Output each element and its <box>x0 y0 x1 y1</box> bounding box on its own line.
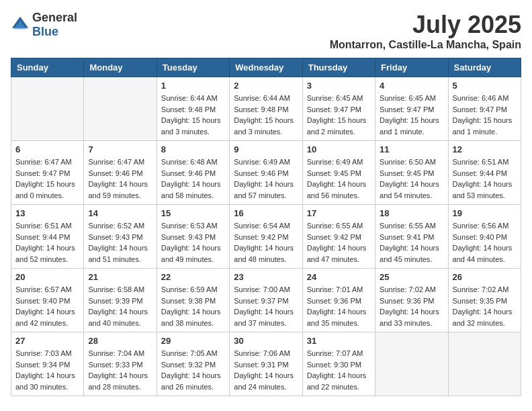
calendar-day-cell: 10Sunrise: 6:49 AM Sunset: 9:45 PM Dayli… <box>302 141 375 205</box>
day-number: 17 <box>307 208 371 218</box>
day-number: 11 <box>380 144 443 154</box>
day-info: Sunrise: 6:50 AM Sunset: 9:45 PM Dayligh… <box>380 156 443 201</box>
calendar-day-cell: 30Sunrise: 7:06 AM Sunset: 9:31 PM Dayli… <box>230 332 302 396</box>
calendar-day-cell: 5Sunrise: 6:46 AM Sunset: 9:47 PM Daylig… <box>448 77 521 141</box>
day-info: Sunrise: 6:59 AM Sunset: 9:38 PM Dayligh… <box>161 284 225 328</box>
calendar-week-row: 6Sunrise: 6:47 AM Sunset: 9:47 PM Daylig… <box>11 141 521 205</box>
calendar-day-cell: 18Sunrise: 6:55 AM Sunset: 9:41 PM Dayli… <box>375 205 448 269</box>
calendar-day-header: Sunday <box>11 58 84 77</box>
day-info: Sunrise: 7:04 AM Sunset: 9:33 PM Dayligh… <box>88 348 152 392</box>
calendar-day-cell: 3Sunrise: 6:45 AM Sunset: 9:47 PM Daylig… <box>302 77 375 141</box>
calendar-day-cell: 25Sunrise: 7:02 AM Sunset: 9:36 PM Dayli… <box>375 269 448 332</box>
day-number: 28 <box>88 336 152 346</box>
calendar-day-cell: 19Sunrise: 6:56 AM Sunset: 9:40 PM Dayli… <box>448 205 521 269</box>
day-number: 2 <box>234 81 298 91</box>
day-info: Sunrise: 6:51 AM Sunset: 9:44 PM Dayligh… <box>453 156 517 201</box>
day-info: Sunrise: 6:49 AM Sunset: 9:45 PM Dayligh… <box>307 156 371 201</box>
day-info: Sunrise: 6:46 AM Sunset: 9:47 PM Dayligh… <box>453 93 517 137</box>
day-number: 15 <box>161 208 225 218</box>
calendar-day-header: Friday <box>375 58 448 77</box>
day-info: Sunrise: 6:54 AM Sunset: 9:42 PM Dayligh… <box>234 220 298 265</box>
calendar-week-row: 13Sunrise: 6:51 AM Sunset: 9:44 PM Dayli… <box>11 205 521 269</box>
calendar-table: SundayMondayTuesdayWednesdayThursdayFrid… <box>11 58 521 396</box>
day-number: 5 <box>453 81 517 91</box>
calendar-week-row: 20Sunrise: 6:57 AM Sunset: 9:40 PM Dayli… <box>11 269 521 332</box>
day-info: Sunrise: 6:45 AM Sunset: 9:47 PM Dayligh… <box>380 93 443 137</box>
calendar-day-cell: 27Sunrise: 7:03 AM Sunset: 9:34 PM Dayli… <box>11 332 84 396</box>
calendar-day-cell: 28Sunrise: 7:04 AM Sunset: 9:33 PM Dayli… <box>84 332 157 396</box>
calendar-day-cell: 6Sunrise: 6:47 AM Sunset: 9:47 PM Daylig… <box>11 141 84 205</box>
day-number: 20 <box>15 272 79 282</box>
day-number: 4 <box>380 81 443 91</box>
calendar-day-cell: 29Sunrise: 7:05 AM Sunset: 9:32 PM Dayli… <box>157 332 229 396</box>
day-info: Sunrise: 7:03 AM Sunset: 9:34 PM Dayligh… <box>15 348 79 392</box>
calendar-day-cell: 2Sunrise: 6:44 AM Sunset: 9:48 PM Daylig… <box>230 77 302 141</box>
calendar-day-cell <box>448 332 521 396</box>
day-info: Sunrise: 7:05 AM Sunset: 9:32 PM Dayligh… <box>161 348 225 392</box>
day-info: Sunrise: 6:44 AM Sunset: 9:48 PM Dayligh… <box>161 93 225 137</box>
calendar-day-cell: 31Sunrise: 7:07 AM Sunset: 9:30 PM Dayli… <box>302 332 375 396</box>
day-number: 31 <box>307 336 371 346</box>
title-area: July 2025 Montarron, Castille-La Mancha,… <box>330 11 521 51</box>
location-title: Montarron, Castille-La Mancha, Spain <box>330 39 521 51</box>
calendar-day-cell: 13Sunrise: 6:51 AM Sunset: 9:44 PM Dayli… <box>11 205 84 269</box>
day-info: Sunrise: 6:45 AM Sunset: 9:47 PM Dayligh… <box>307 93 371 137</box>
day-number: 25 <box>380 272 443 282</box>
day-number: 10 <box>307 144 371 154</box>
calendar-day-header: Tuesday <box>157 58 229 77</box>
calendar-day-cell: 16Sunrise: 6:54 AM Sunset: 9:42 PM Dayli… <box>230 205 302 269</box>
calendar-week-row: 27Sunrise: 7:03 AM Sunset: 9:34 PM Dayli… <box>11 332 521 396</box>
day-number: 29 <box>161 336 225 346</box>
day-info: Sunrise: 7:06 AM Sunset: 9:31 PM Dayligh… <box>234 348 298 392</box>
day-info: Sunrise: 6:55 AM Sunset: 9:41 PM Dayligh… <box>380 220 443 265</box>
day-number: 27 <box>15 336 79 346</box>
logo-text-general: General <box>32 11 77 24</box>
calendar-day-cell <box>84 77 157 141</box>
day-info: Sunrise: 7:02 AM Sunset: 9:36 PM Dayligh… <box>380 284 443 328</box>
day-info: Sunrise: 6:51 AM Sunset: 9:44 PM Dayligh… <box>15 220 79 265</box>
day-number: 26 <box>453 272 517 282</box>
day-number: 18 <box>380 208 443 218</box>
month-title: July 2025 <box>330 11 521 39</box>
day-number: 22 <box>161 272 225 282</box>
day-number: 21 <box>88 272 152 282</box>
calendar-day-header: Saturday <box>448 58 521 77</box>
day-info: Sunrise: 6:44 AM Sunset: 9:48 PM Dayligh… <box>234 93 298 137</box>
day-info: Sunrise: 6:57 AM Sunset: 9:40 PM Dayligh… <box>15 284 79 328</box>
day-number: 6 <box>15 144 79 154</box>
page-header: General Blue July 2025 Montarron, Castil… <box>11 11 521 51</box>
day-number: 1 <box>161 81 225 91</box>
calendar-day-cell: 20Sunrise: 6:57 AM Sunset: 9:40 PM Dayli… <box>11 269 84 332</box>
day-info: Sunrise: 6:56 AM Sunset: 9:40 PM Dayligh… <box>453 220 517 265</box>
calendar-day-cell: 21Sunrise: 6:58 AM Sunset: 9:39 PM Dayli… <box>84 269 157 332</box>
calendar-day-cell: 26Sunrise: 7:02 AM Sunset: 9:35 PM Dayli… <box>448 269 521 332</box>
calendar-day-cell: 4Sunrise: 6:45 AM Sunset: 9:47 PM Daylig… <box>375 77 448 141</box>
calendar-day-cell: 7Sunrise: 6:47 AM Sunset: 9:46 PM Daylig… <box>84 141 157 205</box>
calendar-day-cell <box>11 77 84 141</box>
calendar-day-cell: 14Sunrise: 6:52 AM Sunset: 9:43 PM Dayli… <box>84 205 157 269</box>
day-info: Sunrise: 6:48 AM Sunset: 9:46 PM Dayligh… <box>161 156 225 201</box>
calendar-day-cell: 17Sunrise: 6:55 AM Sunset: 9:42 PM Dayli… <box>302 205 375 269</box>
calendar-day-cell: 9Sunrise: 6:49 AM Sunset: 9:46 PM Daylig… <box>230 141 302 205</box>
day-info: Sunrise: 7:00 AM Sunset: 9:37 PM Dayligh… <box>234 284 298 328</box>
day-number: 30 <box>234 336 298 346</box>
logo-text-blue: Blue <box>32 25 58 38</box>
day-number: 14 <box>88 208 152 218</box>
calendar-day-cell: 8Sunrise: 6:48 AM Sunset: 9:46 PM Daylig… <box>157 141 229 205</box>
calendar-day-cell: 12Sunrise: 6:51 AM Sunset: 9:44 PM Dayli… <box>448 141 521 205</box>
calendar-day-cell <box>375 332 448 396</box>
day-info: Sunrise: 6:53 AM Sunset: 9:43 PM Dayligh… <box>161 220 225 265</box>
day-number: 9 <box>234 144 298 154</box>
day-number: 13 <box>15 208 79 218</box>
logo-icon <box>11 15 30 34</box>
calendar-day-cell: 15Sunrise: 6:53 AM Sunset: 9:43 PM Dayli… <box>157 205 229 269</box>
day-number: 12 <box>453 144 517 154</box>
calendar-day-cell: 22Sunrise: 6:59 AM Sunset: 9:38 PM Dayli… <box>157 269 229 332</box>
day-info: Sunrise: 7:07 AM Sunset: 9:30 PM Dayligh… <box>307 348 371 392</box>
day-info: Sunrise: 6:52 AM Sunset: 9:43 PM Dayligh… <box>88 220 152 265</box>
calendar-header-row: SundayMondayTuesdayWednesdayThursdayFrid… <box>11 58 521 77</box>
day-info: Sunrise: 6:55 AM Sunset: 9:42 PM Dayligh… <box>307 220 371 265</box>
calendar-day-cell: 1Sunrise: 6:44 AM Sunset: 9:48 PM Daylig… <box>157 77 229 141</box>
day-number: 7 <box>88 144 152 154</box>
day-info: Sunrise: 6:58 AM Sunset: 9:39 PM Dayligh… <box>88 284 152 328</box>
